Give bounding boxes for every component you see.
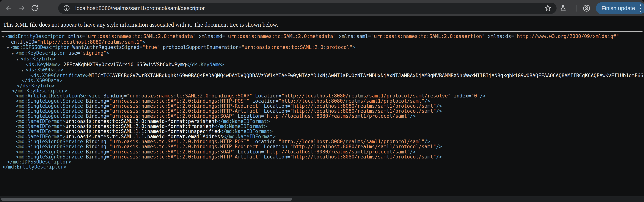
xml-line: <md:NameIDFormat>urn:oasis:names:tc:SAML… [0, 134, 644, 139]
reload-icon [30, 4, 39, 12]
browser-toolbar: localhost:8080/realms/saml1/protocol/sam… [0, 0, 644, 16]
bookmark-star-icon[interactable] [544, 4, 552, 12]
collapse-arrow-icon[interactable]: ▼ [17, 57, 21, 62]
xml-line: <md:SingleSignOnService Binding="urn:oas… [0, 149, 644, 154]
url-bar[interactable]: localhost:8080/realms/saml1/protocol/sam… [58, 2, 556, 14]
xml-line: <md:SingleSignOnService Binding="urn:oas… [0, 144, 644, 149]
xml-line: <md:NameIDFormat>urn:oasis:names:tc:SAML… [0, 129, 644, 134]
finish-update-button[interactable]: Finish update [596, 2, 644, 14]
xml-line: entityID="http://localhost:8080/realms/s… [0, 40, 644, 45]
collapse-arrow-icon[interactable]: ▼ [7, 46, 11, 51]
toolbar-divider [576, 5, 577, 11]
xml-line: <md:SingleLogoutService Binding="urn:oas… [0, 109, 644, 114]
reload-button[interactable] [30, 4, 39, 12]
xml-line: <md:SingleSignOnService Binding="urn:oas… [0, 139, 644, 144]
site-info-icon[interactable] [63, 5, 70, 12]
xml-line: ▼<ds:KeyInfo> [0, 56, 644, 62]
profile-icon [582, 4, 591, 12]
url-text: localhost:8080/realms/saml1/protocol/sam… [75, 5, 205, 11]
horizontal-scrollbar[interactable] [0, 196, 644, 202]
xml-line: <md:SingleLogoutService Binding="urn:oas… [0, 114, 644, 119]
xml-line: <ds:KeyName>_2FEzaKgbHXT9yOcxvi7Arsi0_65… [0, 62, 644, 67]
more-menu-icon[interactable] [639, 3, 642, 13]
collapse-arrow-icon[interactable]: ▼ [22, 68, 26, 73]
xml-line: <md:SingleSignOnService Binding="urn:oas… [0, 154, 644, 159]
collapse-arrow-icon[interactable]: ▼ [12, 51, 16, 56]
xml-line: </ds:KeyInfo> [0, 83, 644, 88]
back-button[interactable] [4, 4, 13, 12]
xml-line: <md:ArtifactResolutionService Binding="u… [0, 93, 644, 99]
forward-icon [18, 4, 26, 12]
xml-notice: This XML file does not appear to have an… [0, 16, 644, 28]
experiments-button[interactable] [559, 4, 567, 12]
forward-button[interactable] [18, 4, 26, 12]
xml-line: <md:NameIDFormat>urn:oasis:names:tc:SAML… [0, 119, 644, 124]
xml-line: ▼<md:KeyDescriptor use="signing"> [0, 51, 644, 56]
profile-button[interactable] [582, 4, 591, 12]
flask-icon [559, 4, 567, 12]
xml-line: ▼<md:EntityDescriptor xmlns="urn:oasis:n… [0, 34, 644, 40]
xml-viewer-page: This XML file does not appear to have an… [0, 16, 644, 202]
xml-line: <ds:X509Certificate>MIICmTCCAYECBgGVZwrB… [0, 73, 644, 78]
back-icon [4, 4, 13, 12]
finish-update-label: Finish update [602, 5, 635, 11]
xml-line: ▼<ds:X509Data> [0, 67, 644, 73]
xml-line: <md:NameIDFormat>urn:oasis:names:tc:SAML… [0, 124, 644, 129]
xml-line: </md:EntityDescriptor> [0, 164, 644, 169]
xml-tree: ▼<md:EntityDescriptor xmlns="urn:oasis:n… [0, 32, 644, 170]
xml-line: </md:IDPSSODescriptor> [0, 159, 644, 164]
xml-line: </ds:X509Data> [0, 78, 644, 83]
xml-line: <md:SingleLogoutService Binding="urn:oas… [0, 99, 644, 103]
collapse-arrow-icon[interactable]: ▼ [2, 35, 6, 40]
scrollbar-thumb[interactable] [1, 198, 292, 201]
xml-line: </md:KeyDescriptor> [0, 88, 644, 93]
xml-line: <md:SingleLogoutService Binding="urn:oas… [0, 103, 644, 109]
xml-line: ▼<md:IDPSSODescriptor WantAuthnRequestsS… [0, 45, 644, 51]
